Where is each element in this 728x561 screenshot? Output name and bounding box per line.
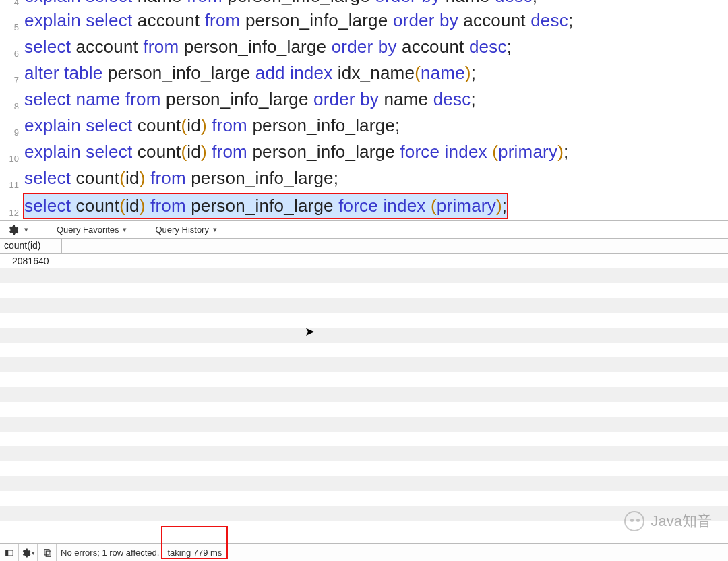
- table-row: [0, 283, 728, 298]
- table-row: [0, 476, 728, 491]
- status-bar: ▾ No errors; 1 row affected, taking 779 …: [0, 543, 728, 561]
- chevron-down-icon: ▾: [123, 225, 127, 234]
- editor-line[interactable]: 5explain select account from person_info…: [0, 9, 728, 35]
- table-row: [0, 268, 728, 283]
- line-number: 10: [0, 147, 23, 171]
- table-row: [0, 402, 728, 417]
- results-grid[interactable]: count(id) 2081640 ➤: [0, 239, 728, 543]
- line-number: 11: [0, 173, 23, 197]
- editor-line[interactable]: 9explain select count(id) from person_in…: [0, 114, 728, 140]
- code-text[interactable]: select count(id) from person_info_large;: [23, 167, 338, 190]
- results-header: count(id): [0, 239, 728, 254]
- table-row: [0, 491, 728, 506]
- table-row: [0, 372, 728, 387]
- editor-line[interactable]: 8select name from person_info_large orde…: [0, 88, 728, 114]
- editor-line[interactable]: 10explain select count(id) from person_i…: [0, 140, 728, 167]
- editor-line[interactable]: 11select count(id) from person_info_larg…: [0, 167, 728, 193]
- results-options-button[interactable]: ▾: [0, 225, 53, 235]
- code-text[interactable]: explain select count(id) from person_inf…: [23, 114, 400, 138]
- code-text[interactable]: explain select account from person_info_…: [23, 9, 573, 32]
- editor-line[interactable]: 12select count(id) from person_info_larg…: [0, 193, 728, 220]
- editor-line[interactable]: 4explain select name from person_info_la…: [0, 0, 728, 9]
- gear-icon: [8, 225, 19, 235]
- results-rows: 2081640: [0, 254, 728, 535]
- line-number: 5: [0, 16, 23, 39]
- line-number: 7: [0, 68, 23, 92]
- line-number: 4: [0, 0, 23, 9]
- code-text[interactable]: explain select count(id) from person_inf…: [23, 140, 568, 164]
- editor-line[interactable]: 6select account from person_info_large o…: [0, 35, 728, 61]
- status-timing: taking 779 ms: [163, 548, 226, 558]
- code-text[interactable]: alter table person_info_large add index …: [23, 61, 476, 85]
- toggle-panel-button[interactable]: [0, 544, 19, 562]
- results-toolbar: ▾ Query Favorites ▾ Query History ▾: [0, 221, 728, 239]
- code-text[interactable]: select name from person_info_large order…: [23, 88, 476, 111]
- query-favorites-label: Query Favorites: [57, 225, 119, 235]
- editor-line[interactable]: 7alter table person_info_large add index…: [0, 61, 728, 88]
- cell-value: 2081640: [12, 256, 49, 266]
- table-row: [0, 298, 728, 313]
- query-history-dropdown[interactable]: Query History ▾: [151, 225, 241, 235]
- query-favorites-dropdown[interactable]: Query Favorites ▾: [53, 225, 151, 235]
- table-row: [0, 357, 728, 372]
- table-row: [0, 417, 728, 432]
- svg-rect-1: [5, 550, 8, 555]
- table-row[interactable]: 2081640: [0, 254, 728, 268]
- code-text[interactable]: explain select name from person_info_lar…: [23, 0, 537, 8]
- sql-editor[interactable]: 4explain select name from person_info_la…: [0, 0, 728, 221]
- chevron-down-icon: ▾: [24, 225, 28, 234]
- status-message: No errors; 1 row affected,: [57, 548, 163, 558]
- table-row: [0, 432, 728, 446]
- svg-rect-2: [44, 549, 49, 554]
- table-row: [0, 328, 728, 343]
- line-number: 12: [0, 201, 23, 225]
- table-row: [0, 461, 728, 476]
- table-row: [0, 387, 728, 402]
- table-row: [0, 521, 728, 535]
- table-row: [0, 313, 728, 328]
- query-history-label: Query History: [155, 225, 208, 235]
- table-row: [0, 506, 728, 521]
- line-number: 8: [0, 94, 23, 118]
- copy-button[interactable]: [38, 544, 57, 562]
- line-number: 6: [0, 42, 23, 65]
- chevron-down-icon: ▾: [213, 225, 217, 234]
- line-number: 9: [0, 121, 23, 144]
- code-text[interactable]: select account from person_info_large or…: [23, 35, 512, 59]
- settings-button[interactable]: ▾: [19, 544, 38, 562]
- table-row: [0, 343, 728, 357]
- column-header[interactable]: count(id): [0, 239, 62, 253]
- table-row: [0, 446, 728, 461]
- code-text[interactable]: select count(id) from person_info_large …: [23, 193, 508, 219]
- svg-rect-3: [46, 551, 51, 556]
